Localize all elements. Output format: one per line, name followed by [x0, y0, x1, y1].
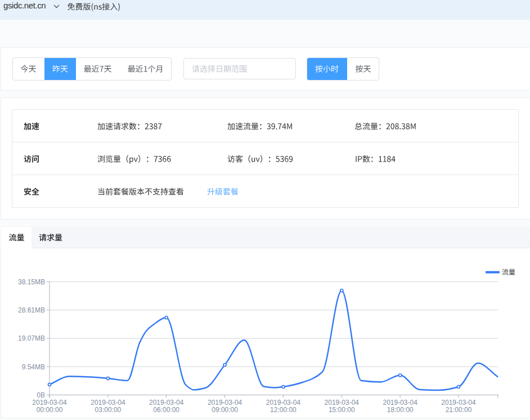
svg-text:2019-03-04: 2019-03-04 — [383, 399, 418, 406]
svg-text:2019-03-04: 2019-03-04 — [91, 399, 125, 406]
svg-text:18:00:00: 18:00:00 — [387, 406, 414, 414]
svg-text:2019-03-04: 2019-03-04 — [441, 399, 476, 406]
svg-text:03:00:00: 03:00:00 — [95, 406, 122, 414]
svg-text:19.07MB: 19.07MB — [18, 334, 45, 342]
svg-text:00:00:00: 00:00:00 — [37, 406, 63, 414]
svg-text:28.61MB: 28.61MB — [18, 306, 45, 314]
svg-text:9.54MB: 9.54MB — [22, 363, 45, 371]
svg-text:12:00:00: 12:00:00 — [270, 406, 297, 414]
svg-text:2019-03-04: 2019-03-04 — [149, 399, 184, 406]
svg-text:2019-03-04: 2019-03-04 — [208, 399, 242, 406]
svg-text:38.15MB: 38.15MB — [18, 278, 45, 286]
svg-text:15:00:00: 15:00:00 — [329, 406, 355, 414]
svg-text:21:00:00: 21:00:00 — [446, 406, 472, 414]
svg-text:09:00:00: 09:00:00 — [212, 406, 238, 414]
svg-text:2019-03-04: 2019-03-04 — [325, 399, 360, 406]
svg-text:gsidc.net.cn: gsidc.net.cn — [3, 1, 46, 10]
svg-text:2019-03-04: 2019-03-04 — [266, 399, 301, 406]
svg-text:06:00:00: 06:00:00 — [153, 406, 179, 414]
svg-text:2019-03-04: 2019-03-04 — [32, 399, 67, 406]
